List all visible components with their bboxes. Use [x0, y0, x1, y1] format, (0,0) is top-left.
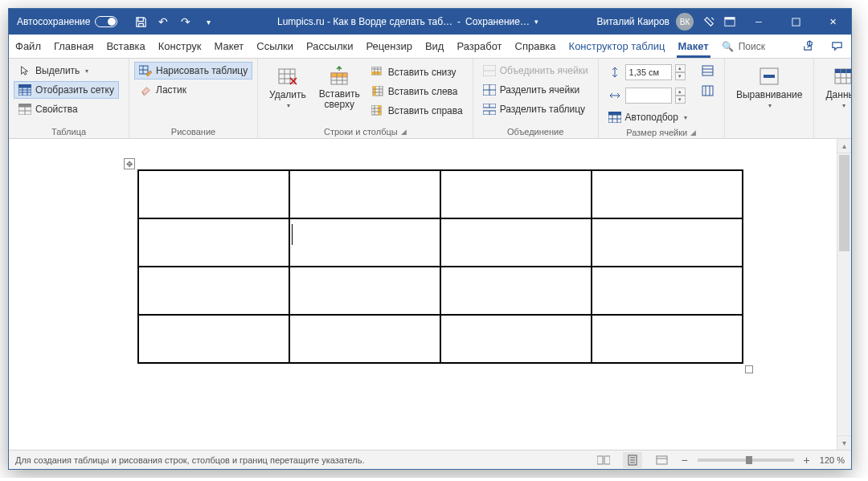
web-layout-button[interactable]	[652, 452, 671, 468]
alignment-icon	[758, 65, 780, 88]
document-area: ✥ ▴ ▾	[9, 139, 851, 450]
tab-home[interactable]: Главная	[47, 35, 100, 58]
data-icon	[832, 65, 852, 88]
search-box[interactable]: 🔍 Поиск	[722, 35, 793, 58]
tab-mailings[interactable]: Рассылки	[300, 35, 359, 58]
vertical-scrollbar[interactable]: ▴ ▾	[837, 139, 851, 450]
status-bar: Для создания таблицы и рисования строк, …	[9, 450, 851, 469]
data-button[interactable]: Данные ▾	[819, 62, 852, 125]
group-alignment: Выравнивание ▾	[725, 59, 815, 138]
split-table-button[interactable]: Разделить таблицу	[478, 100, 593, 118]
save-icon[interactable]	[130, 11, 151, 32]
group-merge: Объединить ячейки Разделить ячейки Разде…	[473, 59, 599, 138]
qat-more-icon[interactable]: ▾	[198, 11, 219, 32]
table-move-handle[interactable]: ✥	[124, 158, 135, 169]
chevron-down-icon: ▾	[85, 67, 88, 75]
table-row	[138, 170, 743, 218]
redo-icon[interactable]: ↷	[175, 11, 196, 32]
tab-help[interactable]: Справка	[509, 35, 563, 58]
pen-icon[interactable]	[698, 11, 719, 32]
properties-button[interactable]: Свойства	[14, 100, 119, 118]
scroll-thumb[interactable]	[839, 155, 850, 251]
row-height-input[interactable]: 1,35 см	[625, 64, 672, 80]
ribbon-options-icon[interactable]	[719, 11, 740, 32]
ribbon: Выделить ▾ Отобразить сетку Свойства	[9, 59, 851, 139]
col-width-input[interactable]	[625, 88, 672, 104]
insert-right-icon	[371, 104, 384, 117]
split-table-icon	[483, 103, 496, 116]
group-rowscols-label: Строки и столбцы◢	[263, 125, 468, 137]
tab-references[interactable]: Ссылки	[250, 35, 300, 58]
alignment-button[interactable]: Выравнивание ▾	[730, 62, 809, 125]
group-draw: Нарисовать таблицу Ластик Рисование	[129, 59, 258, 138]
comments-button[interactable]	[822, 35, 851, 58]
tab-developer[interactable]: Разработ	[450, 35, 508, 58]
view-gridlines-button[interactable]: Отобразить сетку	[14, 81, 119, 99]
group-rows-cols: Удалить ▾ Вставить сверху Вставить снизу	[258, 59, 473, 138]
col-width-icon	[608, 89, 621, 102]
zoom-slider[interactable]	[698, 459, 794, 462]
scroll-down-icon[interactable]: ▾	[837, 435, 851, 450]
svg-rect-24	[331, 73, 347, 77]
tab-layout[interactable]: Макет	[208, 35, 251, 58]
chevron-down-icon: ▾	[287, 102, 290, 109]
insert-left-icon	[371, 85, 384, 98]
insert-above-button[interactable]: Вставить сверху	[313, 62, 366, 125]
group-table-label: Таблица	[14, 125, 124, 137]
height-spinner[interactable]: ▴▾	[675, 64, 686, 80]
insert-right-button[interactable]: Вставить справа	[366, 102, 468, 120]
user-area[interactable]: Виталий Каиров ВК	[592, 13, 698, 31]
distribute-rows-button[interactable]	[697, 62, 719, 79]
undo-icon[interactable]: ↶	[153, 11, 174, 32]
document-page[interactable]: ✥	[9, 139, 837, 450]
close-button[interactable]: ✕	[814, 9, 851, 35]
draw-table-button[interactable]: Нарисовать таблицу	[134, 62, 252, 79]
ribbon-tabs: Файл Главная Вставка Конструк Макет Ссыл…	[9, 35, 851, 59]
split-cells-button[interactable]: Разделить ячейки	[478, 81, 593, 99]
autosave-label: Автосохранение	[17, 16, 90, 27]
tab-design[interactable]: Конструк	[152, 35, 208, 58]
dialog-launcher-icon[interactable]: ◢	[401, 128, 407, 136]
group-table: Выделить ▾ Отобразить сетку Свойства	[9, 59, 129, 138]
zoom-out-button[interactable]: −	[681, 454, 687, 467]
text-cursor	[292, 224, 293, 245]
print-layout-button[interactable]	[623, 452, 642, 468]
select-button[interactable]: Выделить ▾	[14, 62, 119, 79]
insert-left-button[interactable]: Вставить слева	[366, 83, 468, 100]
zoom-level[interactable]: 120 %	[820, 455, 845, 465]
autosave-toggle[interactable]	[95, 16, 117, 27]
cursor-icon	[18, 64, 31, 77]
chevron-down-icon: ▾	[768, 102, 772, 109]
tab-table-design[interactable]: Конструктор таблиц	[563, 35, 672, 58]
scroll-up-icon[interactable]: ▴	[837, 139, 851, 153]
col-width-control[interactable]: ▴▾	[604, 85, 692, 106]
distribute-cols-button[interactable]	[697, 82, 719, 100]
word-window: Автосохранение ↶ ↷ ▾ Lumpics.ru - Как в …	[8, 8, 852, 470]
maximize-button[interactable]	[777, 9, 814, 35]
tab-file[interactable]: Файл	[9, 35, 47, 58]
eraser-button[interactable]: Ластик	[134, 81, 252, 99]
width-spinner[interactable]: ▴▾	[675, 88, 686, 104]
merge-cells-icon	[483, 64, 496, 77]
tab-table-layout[interactable]: Макет	[672, 35, 715, 58]
share-button[interactable]	[793, 35, 822, 58]
document-table[interactable]	[137, 169, 743, 364]
table-resize-handle[interactable]	[745, 365, 753, 373]
zoom-in-button[interactable]: +	[804, 454, 810, 467]
delete-button[interactable]: Удалить ▾	[263, 62, 313, 125]
insert-below-icon	[371, 66, 384, 79]
insert-below-button[interactable]: Вставить снизу	[366, 63, 468, 81]
table-row	[138, 315, 743, 363]
row-height-control[interactable]: 1,35 см ▴▾	[604, 62, 692, 83]
autofit-button[interactable]: Автоподбор ▾	[604, 108, 692, 126]
gridlines-icon	[18, 84, 31, 96]
read-mode-button[interactable]	[594, 452, 613, 468]
tab-review[interactable]: Рецензир	[359, 35, 419, 58]
dialog-launcher-icon[interactable]: ◢	[690, 128, 696, 137]
chevron-down-icon: ▾	[842, 102, 845, 109]
row-height-icon	[608, 66, 621, 79]
svg-rect-34	[373, 86, 376, 96]
tab-view[interactable]: Вид	[419, 35, 451, 58]
minimize-button[interactable]: ─	[740, 9, 777, 35]
tab-insert[interactable]: Вставка	[100, 35, 151, 58]
